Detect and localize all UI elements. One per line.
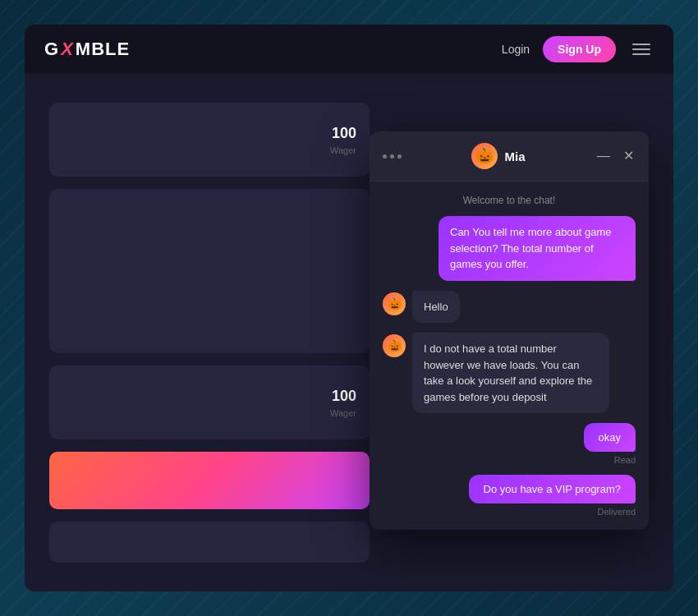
agent-main-bubble: I do not have a total number however we … <box>412 333 609 413</box>
agent-hello-bubble: Hello <box>412 291 460 324</box>
chat-minimize-button[interactable]: — <box>595 148 612 164</box>
agent-small-emoji: 🎃 <box>388 297 402 310</box>
chat-header-actions: — ✕ <box>595 148 636 164</box>
navbar: G X MBLE Login Sign Up <box>25 25 673 74</box>
signup-button[interactable]: Sign Up <box>543 36 616 62</box>
hamburger-line-1 <box>632 44 650 45</box>
chat-header-center: 🎃 Mia <box>471 143 525 169</box>
user-okay-bubble: okay <box>584 423 636 452</box>
dot-2 <box>390 154 394 159</box>
chat-close-button[interactable]: ✕ <box>622 148 636 164</box>
system-message: Welcome to the chat! <box>383 195 636 206</box>
chat-messages[interactable]: Welcome to the chat! Can You tell me mor… <box>370 182 649 530</box>
agent-small-avatar-2: 🎃 <box>383 334 406 357</box>
agent-small-emoji-2: 🎃 <box>388 339 402 352</box>
logo-text-rest: MBLE <box>76 39 130 60</box>
vip-status: Delivered <box>598 507 636 517</box>
okay-status: Read <box>614 455 636 465</box>
logo-text: G <box>44 39 59 60</box>
hamburger-menu-button[interactable] <box>629 40 654 58</box>
chat-header-dots[interactable] <box>383 154 402 159</box>
dot-1 <box>383 154 387 159</box>
game-card-2 <box>49 189 370 353</box>
agent-avatar: 🎃 <box>471 143 498 169</box>
dot-3 <box>397 154 402 159</box>
card-3-number: 100 <box>332 388 356 405</box>
agent-name: Mia <box>504 149 525 163</box>
logo-x: X <box>61 39 74 60</box>
user-message-1: Can You tell me more about game selectio… <box>383 216 636 281</box>
user-vip-bubble: Do you have a VIP program? <box>469 475 636 503</box>
chat-header: 🎃 Mia — ✕ <box>370 131 649 182</box>
logo: G X MBLE <box>44 39 130 60</box>
card-3-label: Wager <box>330 408 356 418</box>
card-1-number: 100 <box>332 125 356 142</box>
user-okay-row: okay Read <box>383 423 636 465</box>
user-vip-row: Do you have a VIP program? Delivered <box>383 475 636 517</box>
system-message-text: Welcome to the chat! <box>463 195 556 206</box>
game-card-1: 100 Wager <box>49 103 370 177</box>
game-card-gradient <box>49 452 370 509</box>
nav-right: Login Sign Up <box>502 36 654 62</box>
agent-avatar-emoji: 🎃 <box>475 147 494 165</box>
card-1-label: Wager <box>330 145 356 155</box>
game-card-5 <box>49 522 370 563</box>
agent-small-avatar: 🎃 <box>383 292 406 315</box>
main-window: G X MBLE Login Sign Up 100 Wager 100 Wag… <box>25 25 673 591</box>
user-bubble-1: Can You tell me more about game selectio… <box>439 216 636 281</box>
hamburger-line-2 <box>632 48 650 50</box>
game-card-3: 100 Wager <box>49 365 370 439</box>
login-button[interactable]: Login <box>502 43 530 56</box>
hamburger-line-3 <box>632 53 650 55</box>
agent-message-hello-row: 🎃 Hello <box>383 291 636 324</box>
chat-widget: 🎃 Mia — ✕ Welcome to the chat! Can You t… <box>370 131 649 530</box>
agent-message-main-row: 🎃 I do not have a total number however w… <box>383 333 636 413</box>
